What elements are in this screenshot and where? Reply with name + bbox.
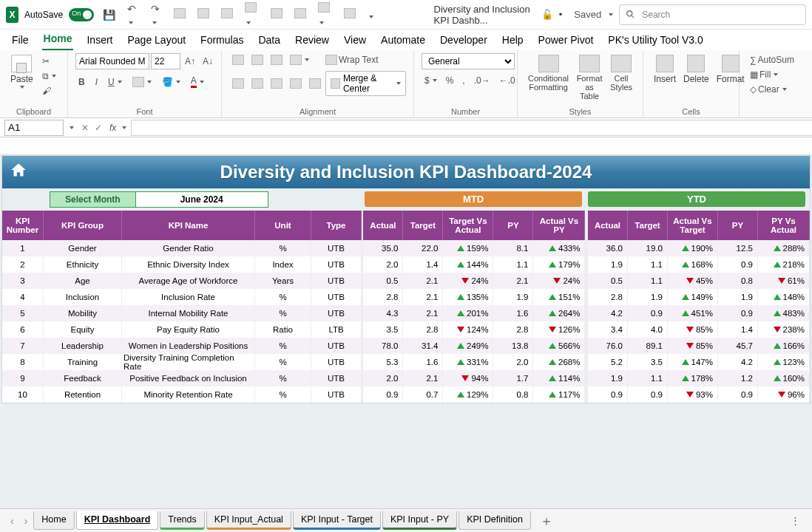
undo-icon[interactable]: ↶ bbox=[124, 3, 142, 27]
table-row[interactable]: 4InclusionInclusion Rate%UTB bbox=[2, 289, 362, 305]
table-row[interactable]: 3.44.085%1.4238% bbox=[588, 321, 810, 338]
format-as-table-button[interactable]: Format as Table bbox=[573, 53, 606, 102]
sheet-nav-next[interactable]: › bbox=[20, 515, 33, 527]
italic-button[interactable]: I bbox=[92, 75, 101, 89]
sheet-nav-prev[interactable]: ‹ bbox=[6, 515, 18, 527]
qat-icon-8[interactable] bbox=[341, 8, 359, 21]
table-row[interactable]: 1GenderGender Ratio%UTB bbox=[2, 240, 362, 256]
sheet-tab-home[interactable]: Home bbox=[33, 511, 74, 530]
file-name[interactable]: Diversity and Inclusion KPI Dashb... 🔓 •… bbox=[434, 4, 614, 26]
table-row[interactable]: 2.01.4144%1.1179% bbox=[363, 256, 585, 273]
qat-overflow-icon[interactable] bbox=[365, 9, 376, 21]
increase-font-icon[interactable]: A↑ bbox=[182, 55, 198, 68]
sheet-more-button[interactable]: ⋮ bbox=[785, 515, 806, 526]
ribbon-tab-help[interactable]: Help bbox=[501, 31, 525, 50]
fill-color-button[interactable]: 🪣 bbox=[159, 75, 183, 89]
wrap-text-button[interactable]: Wrap Text bbox=[322, 53, 382, 66]
comma-icon[interactable]: , bbox=[459, 74, 467, 87]
align-bottom-icon[interactable] bbox=[268, 53, 285, 66]
new-sheet-button[interactable]: ＋ bbox=[532, 512, 561, 530]
formula-input[interactable] bbox=[131, 120, 812, 136]
paste-button[interactable]: Paste bbox=[7, 53, 36, 98]
sheet-tab-kpi-definition[interactable]: KPI Definition bbox=[459, 511, 531, 530]
sheet-tab-kpi-dashboard[interactable]: KPI Dashboard bbox=[76, 511, 159, 530]
home-icon[interactable] bbox=[8, 160, 29, 181]
table-row[interactable]: 9FeedbackPositive Feedback on Inclusion%… bbox=[2, 370, 362, 386]
table-row[interactable]: 4.32.1201%1.6264% bbox=[363, 305, 585, 321]
table-row[interactable]: 8TrainingDiversity Training Completion R… bbox=[2, 354, 362, 370]
align-top-icon[interactable] bbox=[229, 53, 247, 66]
autosum-button[interactable]: ∑ AutoSum bbox=[747, 53, 791, 66]
copy-icon[interactable]: ⧉ bbox=[39, 69, 59, 83]
qat-icon-5[interactable] bbox=[268, 8, 285, 21]
table-row[interactable]: 2EthnicityEthnic Diversity IndexIndexUTB bbox=[2, 256, 362, 273]
align-right-icon[interactable] bbox=[268, 77, 285, 90]
table-row[interactable]: 76.089.185%45.7166% bbox=[588, 338, 810, 354]
table-row[interactable]: 78.031.4249%13.8566% bbox=[363, 338, 585, 354]
fill-button[interactable]: ▦ Fill bbox=[747, 68, 791, 81]
percent-icon[interactable]: % bbox=[443, 74, 457, 87]
align-center-icon[interactable] bbox=[248, 77, 266, 90]
table-row[interactable]: 6EquityPay Equity RatioRatioLTB bbox=[2, 321, 362, 338]
clear-button[interactable]: ◇ Clear bbox=[747, 83, 791, 96]
table-row[interactable]: 7LeadershipWomen in Leadership Positions… bbox=[2, 338, 362, 354]
save-icon[interactable]: 💾 bbox=[100, 9, 118, 21]
decrease-indent-icon[interactable] bbox=[287, 77, 305, 90]
redo-icon[interactable]: ↷ bbox=[148, 3, 166, 27]
currency-icon[interactable]: $ bbox=[422, 74, 440, 87]
font-color-button[interactable]: A bbox=[188, 74, 207, 89]
table-row[interactable]: 10RetentionMinority Retention Rate%UTB bbox=[2, 386, 362, 403]
orientation-icon[interactable] bbox=[287, 53, 312, 66]
qat-icon-1[interactable] bbox=[171, 8, 189, 21]
ribbon-tab-developer[interactable]: Developer bbox=[439, 31, 489, 50]
month-selector[interactable]: Select Month June 2024 bbox=[50, 191, 268, 208]
qat-icon-4[interactable] bbox=[242, 2, 262, 27]
ribbon-tab-automate[interactable]: Automate bbox=[379, 31, 427, 50]
table-row[interactable]: 1.91.1178%1.2160% bbox=[588, 370, 810, 386]
enter-formula-icon[interactable]: ✓ bbox=[92, 123, 105, 133]
underline-button[interactable]: U bbox=[105, 75, 125, 89]
border-button[interactable] bbox=[129, 75, 155, 89]
increase-indent-icon[interactable] bbox=[306, 77, 324, 90]
table-row[interactable]: 1.91.1168%0.9218% bbox=[588, 256, 810, 273]
delete-cells-button[interactable]: Delete bbox=[680, 53, 712, 86]
table-row[interactable]: 2.82.1135%1.9151% bbox=[363, 289, 585, 305]
table-row[interactable]: 5.23.5147%4.2123% bbox=[588, 354, 810, 370]
decrease-decimal-icon[interactable]: ←.0 bbox=[496, 74, 518, 87]
table-row[interactable]: 0.51.145%0.861% bbox=[588, 273, 810, 289]
sheet-tab-kpi-input-target[interactable]: KPI Input - Target bbox=[293, 511, 381, 530]
align-middle-icon[interactable] bbox=[248, 53, 266, 66]
table-row[interactable]: 2.02.194%1.7114% bbox=[363, 370, 585, 386]
table-row[interactable]: 35.022.0159%8.1433% bbox=[363, 240, 585, 256]
name-box[interactable] bbox=[4, 120, 64, 136]
table-row[interactable]: 0.90.7129%0.8117% bbox=[363, 386, 585, 403]
ribbon-tab-power-pivot[interactable]: Power Pivot bbox=[537, 31, 595, 50]
decrease-font-icon[interactable]: A↓ bbox=[200, 55, 216, 68]
merge-center-button[interactable]: Merge & Center bbox=[325, 71, 406, 96]
ribbon-tab-page-layout[interactable]: Page Layout bbox=[126, 31, 187, 50]
table-row[interactable]: 5.31.6331%2.0268% bbox=[363, 354, 585, 370]
qat-icon-3[interactable] bbox=[218, 8, 236, 21]
table-row[interactable]: 3AgeAverage Age of WorkforceYearsUTB bbox=[2, 273, 362, 289]
ribbon-tab-file[interactable]: File bbox=[10, 31, 30, 50]
sheet-tab-trends[interactable]: Trends bbox=[160, 511, 204, 530]
qat-icon-6[interactable] bbox=[291, 8, 309, 21]
worksheet[interactable]: Diversity and Inclusion KPI Dashboard-20… bbox=[0, 154, 812, 508]
ribbon-tab-formulas[interactable]: Formulas bbox=[199, 31, 245, 50]
qat-icon-2[interactable] bbox=[194, 8, 212, 21]
sheet-tab-kpi-input-py[interactable]: KPI Input - PY bbox=[382, 511, 457, 530]
cancel-formula-icon[interactable]: ✕ bbox=[78, 123, 92, 133]
table-row[interactable]: 4.20.9451%0.9483% bbox=[588, 305, 810, 321]
table-row[interactable]: 36.019.0190%12.5288% bbox=[588, 240, 810, 256]
font-size-select[interactable] bbox=[151, 53, 180, 69]
format-painter-icon[interactable]: 🖌 bbox=[39, 84, 59, 98]
table-row[interactable]: 3.52.8124%2.8126% bbox=[363, 321, 585, 338]
ribbon-tab-home[interactable]: Home bbox=[42, 30, 74, 50]
sheet-tab-kpi-input-actual[interactable]: KPI Input_Actual bbox=[206, 511, 291, 530]
number-format-select[interactable]: General bbox=[422, 53, 515, 69]
bold-button[interactable]: B bbox=[75, 75, 88, 89]
qat-icon-7[interactable] bbox=[315, 2, 335, 27]
table-row[interactable]: 0.90.993%0.996% bbox=[588, 386, 810, 403]
table-row[interactable]: 2.81.9149%1.9148% bbox=[588, 289, 810, 305]
font-name-select[interactable] bbox=[75, 53, 149, 69]
